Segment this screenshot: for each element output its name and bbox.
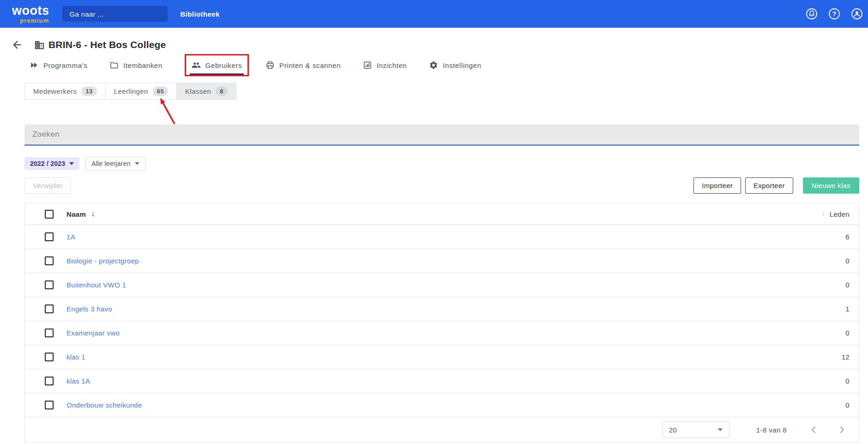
chip-klassen[interactable]: Klassen 8 [176, 83, 236, 100]
logo-brand-text: woots [12, 5, 49, 17]
table-row: Engels 3 havo 1 [25, 297, 859, 321]
column-header-naam[interactable]: Naam [66, 210, 86, 218]
chip-label: Klassen [185, 87, 211, 95]
folder-icon [109, 61, 119, 70]
tab-printen-scannen[interactable]: Printen & scannen [265, 54, 341, 76]
topbar: woots premium Bibliotheek ? [0, 0, 868, 28]
annotation-box: Gebruikers [185, 54, 249, 76]
count-badge: 8 [216, 86, 228, 96]
main-tabs: Programma's Itembanken Gebruikers Pr [0, 54, 868, 77]
table-header: Naam ↓ ↓ Leden [25, 203, 859, 225]
notifications-icon[interactable] [805, 7, 818, 20]
chip-leerlingen[interactable]: Leerlingen 65 [105, 83, 177, 100]
row-checkbox[interactable] [45, 280, 54, 289]
programs-icon [30, 61, 39, 70]
row-checkbox[interactable] [45, 305, 54, 313]
next-page-icon[interactable] [837, 425, 847, 435]
user-type-chips: Medewerkers 13 Leerlingen 65 Klassen 8 [24, 83, 868, 100]
schoolyear-filter[interactable]: 2022 / 2023 [24, 157, 79, 170]
account-icon[interactable] [850, 7, 863, 20]
table-row: Examenjaar vwo 0 [25, 321, 859, 345]
help-icon[interactable]: ? [828, 7, 841, 20]
class-name-link[interactable]: Examenjaar vwo [66, 329, 120, 337]
table-row: Biologie - projectgroep 0 [25, 249, 859, 273]
new-class-button[interactable]: Nieuwe klas [803, 177, 859, 194]
class-name-link[interactable]: Onderbouw scheikunde [66, 401, 142, 409]
building-icon [34, 40, 45, 50]
export-button[interactable]: Exporteer [745, 177, 793, 194]
tab-label: Inzichten [377, 61, 407, 69]
tab-label: Printen & scannen [279, 61, 341, 69]
woots-logo[interactable]: woots premium [12, 5, 49, 24]
class-name-link[interactable]: Buitenhout VWO 1 [66, 281, 126, 289]
row-checkbox[interactable] [45, 401, 54, 409]
filters-row: 2022 / 2023 Alle leerjaren [24, 157, 868, 171]
members-count: 12 [842, 353, 850, 361]
global-search-input[interactable] [62, 6, 168, 22]
tab-itembanken[interactable]: Itembanken [109, 54, 162, 76]
class-name-link[interactable]: klas 1A [66, 377, 90, 385]
tab-programmas[interactable]: Programma's [30, 54, 87, 76]
chevron-down-icon [135, 162, 139, 165]
chip-medewerkers[interactable]: Medewerkers 13 [24, 83, 106, 100]
chevron-down-icon [718, 428, 723, 431]
gear-icon [429, 61, 438, 70]
pagination-range: 1-8 van 8 [756, 426, 787, 434]
class-name-link[interactable]: Engels 3 havo [66, 305, 112, 313]
search-input[interactable] [24, 124, 859, 146]
members-count: 0 [845, 329, 850, 337]
class-name-link[interactable]: Biologie - projectgroep [66, 257, 139, 265]
tab-instellingen[interactable]: Instellingen [429, 54, 481, 76]
members-count: 1 [845, 305, 850, 313]
table-row: 1A 6 [25, 225, 859, 249]
tab-label: Programma's [43, 61, 87, 69]
printer-icon [265, 61, 275, 70]
table-row: klas 1 12 [25, 345, 859, 369]
class-name-link[interactable]: klas 1 [66, 353, 85, 361]
members-count: 0 [845, 257, 850, 265]
users-icon [192, 61, 201, 70]
table-body: 1A 6 Biologie - projectgroep 0 Buitenhou… [25, 225, 859, 417]
svg-text:?: ? [832, 10, 837, 18]
leerjaar-label: Alle leerjaren [91, 160, 131, 167]
row-checkbox[interactable] [45, 232, 54, 241]
table-footer: 20 1-8 van 8 [25, 417, 859, 442]
delete-button[interactable]: Verwijder [24, 177, 71, 194]
sort-desc-icon: ↓ [91, 209, 95, 219]
classes-table: Naam ↓ ↓ Leden 1A 6 Biologie - projectgr… [24, 203, 859, 443]
row-checkbox[interactable] [45, 256, 54, 265]
tab-label: Instellingen [443, 61, 481, 69]
class-name-link[interactable]: 1A [66, 233, 75, 241]
select-all-checkbox[interactable] [45, 210, 54, 219]
members-count: 0 [845, 401, 850, 409]
active-tab-indicator [190, 73, 244, 75]
schoolyear-label: 2022 / 2023 [30, 160, 65, 167]
page-size-select[interactable]: 20 [662, 421, 729, 438]
import-button[interactable]: Importeer [693, 177, 741, 194]
topbar-icons: ? [805, 7, 863, 20]
insights-icon [363, 61, 372, 70]
row-checkbox[interactable] [45, 353, 54, 361]
row-checkbox[interactable] [45, 329, 54, 337]
tab-label: Itembanken [123, 61, 162, 69]
chevron-down-icon [69, 162, 74, 165]
sort-icon-inactive: ↓ [821, 209, 826, 219]
leerjaar-filter[interactable]: Alle leerjaren [85, 157, 145, 171]
members-count: 0 [845, 377, 850, 385]
column-header-leden[interactable]: Leden [830, 210, 850, 218]
actions-row: Verwijder Importeer Exporteer Nieuwe kla… [24, 177, 859, 194]
table-row: Onderbouw scheikunde 0 [25, 393, 859, 417]
chip-label: Leerlingen [114, 87, 148, 95]
page-size-value: 20 [669, 426, 677, 434]
previous-page-icon[interactable] [809, 425, 819, 435]
row-checkbox[interactable] [45, 377, 54, 385]
org-header: BRIN-6 - Het Bos College [11, 36, 868, 54]
back-arrow-icon[interactable] [11, 39, 23, 51]
logo-premium-text: premium [12, 18, 49, 24]
chip-label: Medewerkers [33, 87, 77, 95]
tab-gebruikers[interactable]: Gebruikers [192, 54, 242, 76]
nav-bibliotheek-link[interactable]: Bibliotheek [181, 10, 220, 18]
tab-inzichten[interactable]: Inzichten [363, 54, 407, 76]
search-section [24, 124, 859, 146]
tab-label: Gebruikers [205, 61, 242, 69]
